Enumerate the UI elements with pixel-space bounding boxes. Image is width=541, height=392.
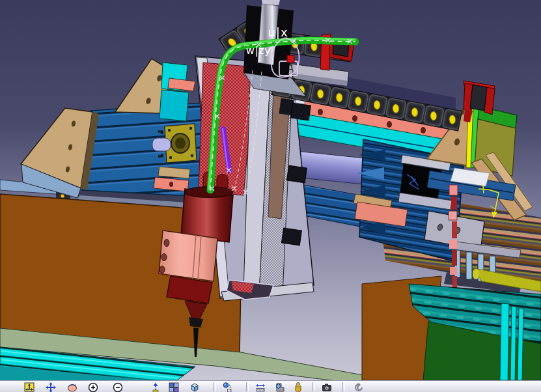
toolbar-separator [246, 382, 249, 391]
red-marker[interactable] [287, 55, 294, 63]
normal-view-icon[interactable] [150, 382, 161, 392]
zoom-in-icon[interactable] [87, 382, 99, 392]
iso-view-icon[interactable] [189, 382, 201, 392]
multi-view-icon[interactable] [168, 382, 180, 392]
zoom-out-icon[interactable] [112, 382, 124, 392]
spiral-icon[interactable] [353, 382, 365, 392]
label-wzy[interactable]: w|zy [246, 44, 271, 57]
cad-app-window: u|x w|zy [0, 0, 541, 392]
3d-viewport[interactable]: u|x w|zy [0, 0, 541, 380]
label-ux[interactable]: u|x [268, 25, 288, 39]
fit-all-in-icon[interactable] [23, 382, 35, 392]
pan-icon[interactable] [45, 382, 57, 392]
toolbar-separator [214, 382, 216, 391]
toolbar-separator [312, 382, 315, 391]
toolbar-separator [342, 382, 345, 391]
rotate-icon[interactable] [66, 382, 78, 392]
measure-item-icon[interactable] [274, 382, 286, 392]
model-scene[interactable]: u|x w|zy [0, 0, 541, 380]
hide-show-icon[interactable] [222, 382, 234, 392]
measure-between-icon[interactable] [255, 382, 266, 392]
camera-icon[interactable] [321, 382, 333, 392]
measure-inertia-icon[interactable] [292, 382, 304, 392]
view-toolbar [0, 380, 541, 392]
